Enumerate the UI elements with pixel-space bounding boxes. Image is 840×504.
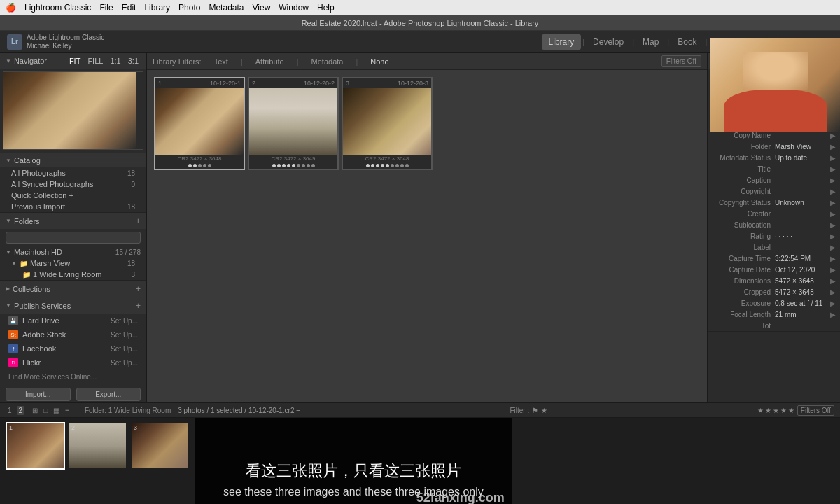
meta-edit-13[interactable]: ▶ [830,255,836,262]
menu-view[interactable]: View [253,3,271,13]
grid-item-1[interactable]: 1 10-12-20-1 CR2 3472 × 3648 [154,77,245,170]
meta-edit-7[interactable]: ▶ [830,188,836,195]
publish-services-header[interactable]: ▼ Publish Services + [0,298,146,314]
filmstrip-item-3[interactable]: 3 [130,422,190,470]
tab-develop[interactable]: Develop [586,34,631,50]
meta-edit-4[interactable]: ▶ [830,154,836,162]
folder-disk-item[interactable]: ▼ Macintosh HD 15 / 278 [0,246,146,258]
navigator-fit[interactable]: FIT [67,56,83,66]
flickr-label: Flickr [22,358,111,367]
catalog-item-prev-import[interactable]: Previous Import 18 [0,201,146,212]
folders-minus-icon[interactable]: − [127,216,133,226]
tab-book[interactable]: Book [671,34,704,50]
filmstrip-item-2[interactable]: 2 [68,422,127,470]
grid-item-2-thumb [249,88,337,155]
folder-marsh-view[interactable]: ▼ 📁 Marsh View 18 [0,258,146,269]
tab-library[interactable]: Library [542,34,582,50]
loupe-view-icon[interactable]: □ [41,406,50,415]
menu-file[interactable]: File [99,3,113,13]
menu-photo[interactable]: Photo [178,3,200,13]
navigator-3to1[interactable]: 3:1 [126,56,141,66]
grid-item-3[interactable]: 3 10-12-20-3 CR2 3472 × 3648 [342,77,433,170]
filter-tab-attribute[interactable]: Attribute [251,56,288,67]
meta-edit-18[interactable]: ▶ [830,311,836,318]
meta-key-8: Copyright Status [712,199,775,206]
folders-header[interactable]: ▼ Folders − + [0,213,146,229]
meta-edit-14[interactable]: ▶ [830,266,836,274]
filter-flag-icon[interactable]: ⚑ [532,407,538,414]
dot [302,164,305,167]
service-adobe-stock[interactable]: St Adobe Stock Set Up... [0,328,146,342]
meta-edit-8[interactable]: ▶ [830,199,836,206]
import-button[interactable]: Import... [6,388,71,401]
menu-metadata[interactable]: Metadata [209,3,244,13]
filmstrip-item-1[interactable]: 1 [6,422,65,470]
meta-edit-3[interactable]: ▶ [830,143,836,150]
filmstrip-thumb-3 [132,424,188,468]
catalog-item-quick[interactable]: Quick Collection + [0,190,146,201]
meta-edit-17[interactable]: ▶ [830,300,836,307]
meta-edit-11[interactable]: ▶ [830,232,836,240]
folders-plus-icon[interactable]: + [135,216,141,226]
metadata-row-8: Copyright Status Unknown ▶ [708,197,840,208]
menu-window[interactable]: Window [279,3,309,13]
catalog-section: ▼ Catalog All Photographs 18 All Synced … [0,153,146,213]
collections-header[interactable]: ▶ Collections + [0,281,146,297]
catalog-item-synced[interactable]: All Synced Photographs 0 [0,178,146,190]
meta-edit-16[interactable]: ▶ [830,288,836,296]
survey-view-icon[interactable]: ≡ [63,406,71,415]
meta-edit-15[interactable]: ▶ [830,277,836,285]
filmstrip-view-2[interactable]: 2 [17,406,25,415]
meta-edit-12[interactable]: ▶ [830,244,836,251]
collections-plus-icon[interactable]: + [135,284,141,294]
service-flickr[interactable]: Fl Flickr Set Up... [0,356,146,370]
menu-library[interactable]: Library [144,3,170,13]
navigator-header[interactable]: ▼ Navigator FIT FILL 1:1 3:1 [0,53,146,69]
folder-wide-living[interactable]: 📁 1 Wide Living Room 3 [0,269,146,280]
folder-disk-triangle: ▼ [6,249,11,255]
menu-app[interactable]: Lightroom Classic [24,3,91,13]
filmstrip-filters-off[interactable]: Filters Off [797,405,834,416]
menu-bar: 🍎 Lightroom Classic File Edit Library Ph… [0,0,840,15]
publish-plus-icon[interactable]: + [135,300,141,311]
facebook-setup[interactable]: Set Up... [111,345,138,353]
tab-map[interactable]: Map [636,34,666,50]
dot [198,164,202,167]
meta-val-15: 5472 × 3648 [775,277,830,285]
meta-edit-2[interactable]: ▶ [830,132,836,139]
grid-item-2[interactable]: 2 10-12-20-2 CR2 3472 × 3649 [248,77,339,170]
hard-drive-label: Hard Drive [22,316,111,325]
filmstrip-view-1[interactable]: 1 [6,406,14,415]
grid-view-icon[interactable]: ⊞ [30,406,40,415]
navigator-fill[interactable]: FILL [85,56,105,66]
dot [391,164,394,167]
adobe-stock-setup[interactable]: Set Up... [111,331,138,339]
meta-val-8: Unknown [775,199,830,206]
navigator-1to1[interactable]: 1:1 [108,56,122,66]
catalog-header[interactable]: ▼ Catalog [0,153,146,167]
meta-edit-9[interactable]: ▶ [830,210,836,218]
grid-item-1-photo [155,88,244,155]
meta-edit-6[interactable]: ▶ [830,176,836,184]
folder-search-input[interactable] [6,232,141,244]
filter-tab-none[interactable]: None [366,56,393,67]
service-facebook[interactable]: f Facebook Set Up... [0,342,146,356]
menu-help[interactable]: Help [317,3,335,13]
grid-item-1-num: 1 [158,80,162,87]
filters-off-btn[interactable]: Filters Off [662,55,701,67]
meta-key-5: Title [712,165,775,173]
filter-star-icon[interactable]: ★ [541,407,547,414]
service-hard-drive[interactable]: 💾 Hard Drive Set Up... [0,314,146,328]
export-button[interactable]: Export... [76,388,141,401]
flickr-setup[interactable]: Set Up... [111,359,138,367]
apple-menu[interactable]: 🍎 [6,3,16,13]
meta-edit-5[interactable]: ▶ [830,165,836,173]
meta-edit-10[interactable]: ▶ [830,221,836,229]
filter-tab-metadata[interactable]: Metadata [307,56,348,67]
filter-tab-text[interactable]: Text [210,56,232,67]
catalog-item-all-photos[interactable]: All Photographs 18 [0,167,146,178]
find-more-services[interactable]: Find More Services Online... [0,370,146,384]
hard-drive-setup[interactable]: Set Up... [111,317,138,325]
compare-view-icon[interactable]: ▦ [51,406,62,415]
menu-edit[interactable]: Edit [122,3,136,13]
